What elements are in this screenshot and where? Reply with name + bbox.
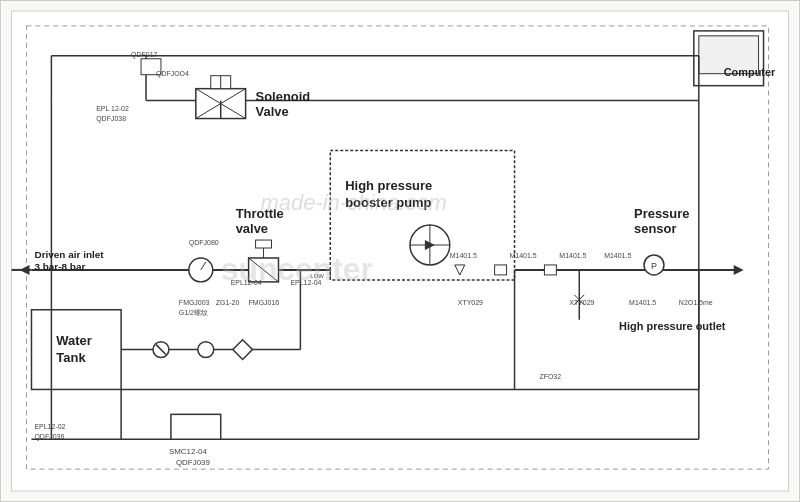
diagram-container: Computer Water Tank QDF017 xyxy=(0,0,800,502)
zg1-label: ZG1-20 xyxy=(216,299,240,306)
watermark: made-in-china.com xyxy=(261,190,447,215)
fmgj016-label: FMGJ016 xyxy=(249,299,280,306)
pressure-sensor-label2: sensor xyxy=(634,221,676,236)
m1401-label1: M1401.5 xyxy=(450,252,477,259)
throttle-valve-label2: valve xyxy=(236,221,268,236)
qdf017-label: QDF017 xyxy=(131,51,157,59)
qdfj004-label: QDFJOO4 xyxy=(156,70,189,78)
driven-air-label: Driven air inlet xyxy=(34,249,104,260)
suncenter-watermark: suncenter xyxy=(221,251,373,287)
svg-rect-52 xyxy=(544,265,556,275)
qdfj080-label: QDFJ080 xyxy=(189,239,219,247)
svg-rect-46 xyxy=(171,414,221,439)
hp-outlet-label: High pressure outlet xyxy=(619,320,726,332)
svg-rect-26 xyxy=(256,240,272,248)
solenoid-valve-label2: Valve xyxy=(256,104,289,119)
qdfj039-label: QDFJ039 xyxy=(176,458,211,467)
g1-label: G1/2螺纹 xyxy=(179,309,208,316)
xty-label1: XTY029 xyxy=(458,299,483,306)
fmgj-label: FMGJ003 xyxy=(179,299,210,306)
qdfj036-label: QDFJ036 xyxy=(34,433,64,441)
water-tank-label2: Tank xyxy=(56,350,86,365)
svg-rect-51 xyxy=(495,265,507,275)
svg-point-41 xyxy=(198,342,214,358)
solenoid-valve-label: Solenoid xyxy=(256,89,311,104)
n2o-label: N2O1.5me xyxy=(679,299,713,306)
qdfj-label1: QDFJ038 xyxy=(96,115,126,123)
m1401-label2: M1401.5 xyxy=(510,252,537,259)
smc-label: SMC12-04 xyxy=(169,447,208,456)
epl-label4: EPL12-02 xyxy=(34,423,65,430)
svg-text:P: P xyxy=(651,261,657,271)
pressure-sensor-label: Pressure xyxy=(634,206,689,221)
m1401-label5: M1401.5 xyxy=(629,299,656,306)
zf032-label: ZFO32 xyxy=(539,373,561,380)
computer-label: Computer xyxy=(724,66,776,78)
water-tank-label: Water xyxy=(56,333,91,348)
epl-label1: EPL 12-02 xyxy=(96,105,129,112)
m1401-label4: M1401.5 xyxy=(604,252,631,259)
driven-air-label2: 3 bar-8 bar xyxy=(34,261,85,272)
m1401-label3: M1401.5 xyxy=(559,252,586,259)
